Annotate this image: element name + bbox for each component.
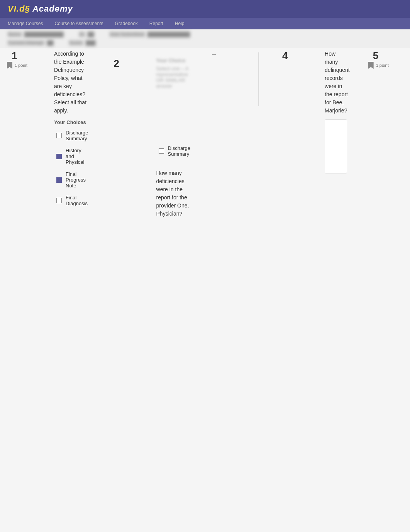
app-logo: VI.d§ Academy: [8, 4, 73, 14]
question-2-content: Your Choice Select one – A representativ…: [156, 56, 205, 230]
question-5-row: 5 1 point How are physicians notified of…: [361, 48, 410, 230]
question-1-text: According to the Example Delinquency Pol…: [54, 50, 91, 115]
choice-2-discharge-summary-text: Discharge Summary: [168, 145, 191, 157]
meta-date-label: Date Submitted:: [110, 32, 145, 37]
choice-2-discharge-summary-checkbox[interactable]: [159, 148, 164, 154]
nav-manage-courses[interactable]: Manage Courses: [8, 21, 43, 26]
question-2-header-blurred: Your Choice: [156, 58, 193, 63]
meta-name-label: Name:: [8, 32, 22, 37]
question-2-sidebar: 2: [102, 56, 156, 70]
meta-bar-2: Current Attempt: ██ Score: ███: [0, 39, 410, 48]
meta-id-label: ID:: [79, 32, 85, 37]
choice-final-progress-note-checkbox[interactable]: [56, 177, 62, 183]
choice-final-progress-note-text: Final Progress Note: [66, 171, 88, 189]
question-1-meta: 1 point: [7, 62, 27, 69]
meta-name-value: ████████████: [24, 32, 64, 37]
question-5-sidebar: 5 1 point: [361, 48, 410, 69]
question-4-sidebar: 4: [271, 48, 325, 62]
choice-final-diagnosis[interactable]: Final Diagnosis: [54, 193, 91, 208]
nav-help[interactable]: Help: [175, 21, 185, 26]
question-5-number: 5: [373, 50, 378, 62]
question-5-meta: 1 point: [368, 62, 389, 69]
nav-bar: Manage Courses Course to Assessments Gra…: [0, 18, 410, 29]
meta-id: ID: ██: [79, 32, 94, 37]
meta-score: Score: ███: [69, 40, 96, 46]
choice-2-discharge-summary[interactable]: Discharge Summary: [156, 144, 193, 158]
question-3-sidebar: –: [204, 48, 258, 59]
meta-id-value: ██: [88, 32, 94, 37]
bookmark-icon: [7, 62, 12, 69]
meta-attempt-value: ██: [47, 40, 54, 46]
question-2-answer-area: [156, 93, 193, 144]
question-3-number: –: [212, 50, 216, 58]
question-4-input-area[interactable]: [325, 119, 347, 173]
choice-history-physical-checkbox[interactable]: [56, 154, 62, 159]
meta-attempt-label: Current Attempt:: [8, 40, 45, 46]
meta-score-label: Score:: [69, 40, 83, 46]
choice-history-physical-text: History and Physical: [66, 148, 88, 165]
choice-discharge-summary-checkbox[interactable]: [56, 133, 62, 138]
question-1-row: 1 1 point According to the Example Delin…: [0, 48, 102, 230]
question-2-row: 2 Your Choice Select one – A representat…: [102, 56, 205, 230]
choice-discharge-summary[interactable]: Discharge Summary: [54, 128, 91, 143]
main-content: 1 1 point According to the Example Delin…: [0, 48, 410, 238]
question-1-number: 1: [12, 50, 17, 62]
question-2-subtext-blurred: Select one – A representative OR SIMILAR…: [156, 66, 193, 89]
question-1-content: According to the Example Delinquency Pol…: [54, 48, 102, 219]
meta-date: Date Submitted: █████████████: [110, 32, 190, 37]
question-1-choices-label: Your Choices: [54, 119, 91, 125]
logo-colored: VI.d§: [8, 4, 30, 14]
nav-course-assessments[interactable]: Course to Assessments: [54, 21, 103, 26]
meta-attempt: Current Attempt: ██: [8, 40, 54, 46]
meta-score-value: ███: [86, 40, 96, 46]
choice-final-progress-note[interactable]: Final Progress Note: [54, 170, 91, 190]
choice-final-diagnosis-text: Final Diagnosis: [66, 195, 88, 206]
question-4-content: How many delinquent records were in the …: [325, 48, 361, 184]
question-4-row: 4 How many delinquent records were in th…: [271, 48, 361, 230]
question-1-points: 1 point: [15, 63, 27, 68]
question-3-content: [258, 48, 271, 116]
meta-date-value: █████████████: [147, 32, 190, 37]
choice-final-diagnosis-checkbox[interactable]: [56, 198, 62, 203]
spacer-2: [156, 161, 193, 169]
question-4-text: How many delinquent records were in the …: [325, 50, 350, 115]
question-2-number: 2: [114, 58, 119, 70]
question-4-number: 4: [282, 50, 288, 62]
app-header: VI.d§ Academy: [0, 0, 410, 18]
question-3-input-area[interactable]: [258, 52, 259, 106]
meta-name: Name: ████████████: [8, 32, 64, 37]
question-2-followup-text: How many deficiencies were in the report…: [156, 169, 193, 218]
question-5-points: 1 point: [376, 63, 389, 68]
nav-report[interactable]: Report: [149, 21, 163, 26]
question-5-bookmark-icon: [368, 62, 374, 69]
logo-rest: Academy: [32, 4, 73, 14]
choice-history-physical[interactable]: History and Physical: [54, 146, 91, 167]
question-1-sidebar: 1 1 point: [0, 48, 54, 69]
question-3-row: –: [204, 48, 271, 230]
meta-bar: Name: ████████████ ID: ██ Date Submitted…: [0, 29, 410, 39]
choice-discharge-summary-text: Discharge Summary: [66, 130, 88, 141]
nav-gradebook[interactable]: Gradebook: [115, 21, 137, 26]
